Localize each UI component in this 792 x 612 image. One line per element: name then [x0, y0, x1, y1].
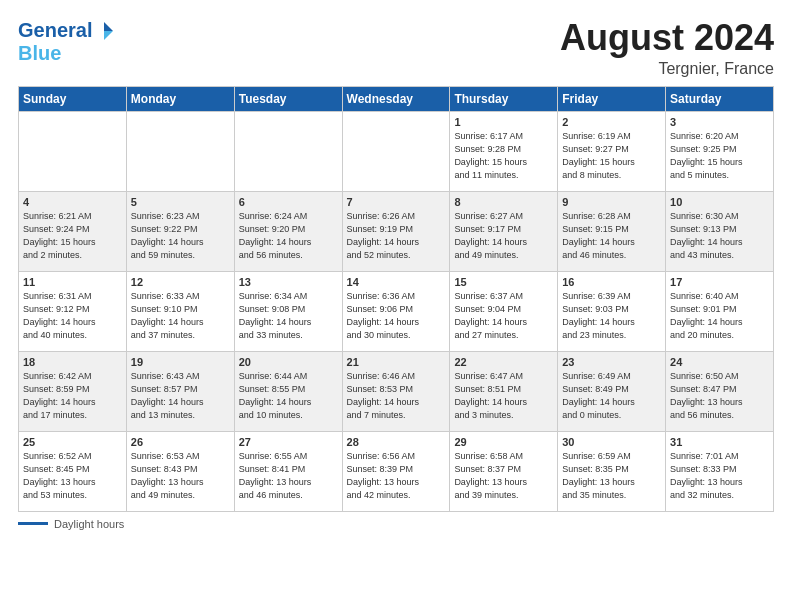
day-number: 14 [347, 276, 446, 288]
day-info: Sunrise: 6:20 AM Sunset: 9:25 PM Dayligh… [670, 130, 769, 182]
day-number: 23 [562, 356, 661, 368]
calendar-cell: 18Sunrise: 6:42 AM Sunset: 8:59 PM Dayli… [19, 351, 127, 431]
day-info: Sunrise: 6:36 AM Sunset: 9:06 PM Dayligh… [347, 290, 446, 342]
calendar-cell: 21Sunrise: 6:46 AM Sunset: 8:53 PM Dayli… [342, 351, 450, 431]
day-number: 3 [670, 116, 769, 128]
day-number: 7 [347, 196, 446, 208]
day-number: 12 [131, 276, 230, 288]
col-wednesday: Wednesday [342, 86, 450, 111]
col-sunday: Sunday [19, 86, 127, 111]
calendar-cell: 5Sunrise: 6:23 AM Sunset: 9:22 PM Daylig… [126, 191, 234, 271]
day-number: 10 [670, 196, 769, 208]
calendar-cell: 20Sunrise: 6:44 AM Sunset: 8:55 PM Dayli… [234, 351, 342, 431]
day-number: 4 [23, 196, 122, 208]
calendar-cell: 7Sunrise: 6:26 AM Sunset: 9:19 PM Daylig… [342, 191, 450, 271]
calendar-cell: 14Sunrise: 6:36 AM Sunset: 9:06 PM Dayli… [342, 271, 450, 351]
logo: General Blue [18, 18, 115, 65]
day-info: Sunrise: 6:47 AM Sunset: 8:51 PM Dayligh… [454, 370, 553, 422]
footer-label: Daylight hours [54, 518, 124, 530]
col-friday: Friday [558, 86, 666, 111]
day-number: 13 [239, 276, 338, 288]
day-number: 17 [670, 276, 769, 288]
day-number: 20 [239, 356, 338, 368]
day-number: 27 [239, 436, 338, 448]
calendar-week-5: 25Sunrise: 6:52 AM Sunset: 8:45 PM Dayli… [19, 431, 774, 511]
day-info: Sunrise: 7:01 AM Sunset: 8:33 PM Dayligh… [670, 450, 769, 502]
col-tuesday: Tuesday [234, 86, 342, 111]
calendar-cell: 1Sunrise: 6:17 AM Sunset: 9:28 PM Daylig… [450, 111, 558, 191]
day-number: 11 [23, 276, 122, 288]
day-info: Sunrise: 6:52 AM Sunset: 8:45 PM Dayligh… [23, 450, 122, 502]
day-info: Sunrise: 6:34 AM Sunset: 9:08 PM Dayligh… [239, 290, 338, 342]
day-number: 16 [562, 276, 661, 288]
calendar-cell: 4Sunrise: 6:21 AM Sunset: 9:24 PM Daylig… [19, 191, 127, 271]
location: Tergnier, France [560, 60, 774, 78]
logo-blue-text: Blue [18, 42, 115, 65]
calendar-cell: 11Sunrise: 6:31 AM Sunset: 9:12 PM Dayli… [19, 271, 127, 351]
day-info: Sunrise: 6:39 AM Sunset: 9:03 PM Dayligh… [562, 290, 661, 342]
calendar-cell: 17Sunrise: 6:40 AM Sunset: 9:01 PM Dayli… [666, 271, 774, 351]
calendar-cell: 23Sunrise: 6:49 AM Sunset: 8:49 PM Dayli… [558, 351, 666, 431]
page: General Blue August 2024 Tergnier, Franc… [0, 0, 792, 612]
day-info: Sunrise: 6:43 AM Sunset: 8:57 PM Dayligh… [131, 370, 230, 422]
calendar-cell: 12Sunrise: 6:33 AM Sunset: 9:10 PM Dayli… [126, 271, 234, 351]
day-number: 6 [239, 196, 338, 208]
calendar-cell: 27Sunrise: 6:55 AM Sunset: 8:41 PM Dayli… [234, 431, 342, 511]
day-info: Sunrise: 6:33 AM Sunset: 9:10 PM Dayligh… [131, 290, 230, 342]
calendar-cell: 26Sunrise: 6:53 AM Sunset: 8:43 PM Dayli… [126, 431, 234, 511]
day-info: Sunrise: 6:27 AM Sunset: 9:17 PM Dayligh… [454, 210, 553, 262]
day-info: Sunrise: 6:21 AM Sunset: 9:24 PM Dayligh… [23, 210, 122, 262]
day-number: 1 [454, 116, 553, 128]
day-info: Sunrise: 6:53 AM Sunset: 8:43 PM Dayligh… [131, 450, 230, 502]
calendar-cell: 29Sunrise: 6:58 AM Sunset: 8:37 PM Dayli… [450, 431, 558, 511]
calendar-cell [126, 111, 234, 191]
calendar-cell: 16Sunrise: 6:39 AM Sunset: 9:03 PM Dayli… [558, 271, 666, 351]
day-number: 8 [454, 196, 553, 208]
footer: Daylight hours [18, 518, 774, 530]
day-number: 26 [131, 436, 230, 448]
day-info: Sunrise: 6:59 AM Sunset: 8:35 PM Dayligh… [562, 450, 661, 502]
calendar-week-3: 11Sunrise: 6:31 AM Sunset: 9:12 PM Dayli… [19, 271, 774, 351]
day-info: Sunrise: 6:31 AM Sunset: 9:12 PM Dayligh… [23, 290, 122, 342]
calendar-cell: 10Sunrise: 6:30 AM Sunset: 9:13 PM Dayli… [666, 191, 774, 271]
calendar-cell [234, 111, 342, 191]
col-saturday: Saturday [666, 86, 774, 111]
calendar-cell: 30Sunrise: 6:59 AM Sunset: 8:35 PM Dayli… [558, 431, 666, 511]
day-number: 31 [670, 436, 769, 448]
day-number: 19 [131, 356, 230, 368]
logo-flag-icon [93, 20, 115, 42]
day-number: 2 [562, 116, 661, 128]
calendar-cell: 22Sunrise: 6:47 AM Sunset: 8:51 PM Dayli… [450, 351, 558, 431]
calendar-cell: 6Sunrise: 6:24 AM Sunset: 9:20 PM Daylig… [234, 191, 342, 271]
day-info: Sunrise: 6:40 AM Sunset: 9:01 PM Dayligh… [670, 290, 769, 342]
calendar-cell: 3Sunrise: 6:20 AM Sunset: 9:25 PM Daylig… [666, 111, 774, 191]
day-info: Sunrise: 6:37 AM Sunset: 9:04 PM Dayligh… [454, 290, 553, 342]
header: General Blue August 2024 Tergnier, Franc… [18, 18, 774, 78]
calendar-cell: 28Sunrise: 6:56 AM Sunset: 8:39 PM Dayli… [342, 431, 450, 511]
day-number: 22 [454, 356, 553, 368]
day-info: Sunrise: 6:55 AM Sunset: 8:41 PM Dayligh… [239, 450, 338, 502]
day-info: Sunrise: 6:44 AM Sunset: 8:55 PM Dayligh… [239, 370, 338, 422]
day-info: Sunrise: 6:17 AM Sunset: 9:28 PM Dayligh… [454, 130, 553, 182]
day-number: 15 [454, 276, 553, 288]
day-info: Sunrise: 6:46 AM Sunset: 8:53 PM Dayligh… [347, 370, 446, 422]
calendar-cell: 2Sunrise: 6:19 AM Sunset: 9:27 PM Daylig… [558, 111, 666, 191]
day-info: Sunrise: 6:58 AM Sunset: 8:37 PM Dayligh… [454, 450, 553, 502]
day-info: Sunrise: 6:26 AM Sunset: 9:19 PM Dayligh… [347, 210, 446, 262]
day-number: 28 [347, 436, 446, 448]
day-info: Sunrise: 6:30 AM Sunset: 9:13 PM Dayligh… [670, 210, 769, 262]
day-info: Sunrise: 6:24 AM Sunset: 9:20 PM Dayligh… [239, 210, 338, 262]
day-info: Sunrise: 6:19 AM Sunset: 9:27 PM Dayligh… [562, 130, 661, 182]
svg-marker-1 [104, 31, 113, 40]
calendar-cell: 31Sunrise: 7:01 AM Sunset: 8:33 PM Dayli… [666, 431, 774, 511]
day-info: Sunrise: 6:23 AM Sunset: 9:22 PM Dayligh… [131, 210, 230, 262]
calendar-cell: 15Sunrise: 6:37 AM Sunset: 9:04 PM Dayli… [450, 271, 558, 351]
day-info: Sunrise: 6:49 AM Sunset: 8:49 PM Dayligh… [562, 370, 661, 422]
col-monday: Monday [126, 86, 234, 111]
calendar-cell: 9Sunrise: 6:28 AM Sunset: 9:15 PM Daylig… [558, 191, 666, 271]
day-number: 29 [454, 436, 553, 448]
day-info: Sunrise: 6:28 AM Sunset: 9:15 PM Dayligh… [562, 210, 661, 262]
calendar-cell [19, 111, 127, 191]
day-number: 24 [670, 356, 769, 368]
day-info: Sunrise: 6:42 AM Sunset: 8:59 PM Dayligh… [23, 370, 122, 422]
